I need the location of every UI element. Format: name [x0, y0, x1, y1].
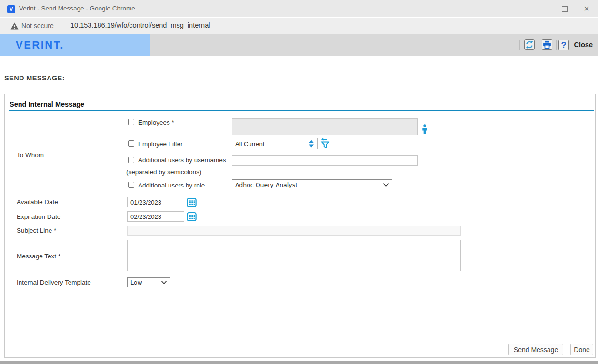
- verint-favicon-icon: V: [7, 5, 15, 13]
- select-employees-button[interactable]: [422, 124, 428, 136]
- expiration-date-calendar-button[interactable]: [187, 212, 197, 223]
- expiration-date-input[interactable]: [127, 211, 184, 222]
- employees-label: Employees *: [138, 119, 174, 126]
- employee-filter-select[interactable]: All Current: [232, 138, 318, 149]
- done-button[interactable]: Done: [570, 344, 593, 355]
- window-bottom-edge: [0, 361, 598, 364]
- available-date-label: Available Date: [17, 198, 58, 206]
- additional-role-label: Additional users by role: [138, 182, 205, 189]
- calendar-icon: [187, 197, 197, 207]
- additional-role-value: Adhoc Query Analyst: [235, 181, 298, 188]
- browser-window: V Verint - Send Message - Google Chrome …: [0, 0, 598, 364]
- url-text[interactable]: 10.153.186.19/wfo/control/send_msg_inter…: [70, 21, 210, 29]
- print-button[interactable]: [542, 39, 552, 50]
- print-icon: [543, 40, 551, 49]
- employee-filter-label: Employee Filter: [138, 140, 183, 148]
- minimize-icon: [540, 9, 546, 9]
- employee-filter-checkbox[interactable]: [128, 140, 134, 147]
- not-secure-warning-icon: [10, 22, 19, 30]
- close-icon: ✕: [583, 5, 589, 13]
- spinner-arrows-icon: [309, 140, 314, 148]
- header-divider: [556, 40, 557, 50]
- window-title: Verint - Send Message - Google Chrome: [19, 5, 135, 12]
- apply-filter-button[interactable]: [320, 138, 330, 150]
- delivery-template-select[interactable]: Low: [127, 277, 170, 287]
- header-divider: [519, 40, 520, 50]
- employees-input[interactable]: [232, 118, 418, 135]
- window-close-button[interactable]: ✕: [576, 0, 598, 17]
- help-button[interactable]: ?: [558, 40, 569, 50]
- additional-usernames-input[interactable]: [232, 155, 418, 166]
- send-message-button[interactable]: Send Message: [508, 344, 563, 355]
- address-divider: [63, 21, 63, 30]
- delivery-template-value: Low: [130, 279, 142, 286]
- page-title: SEND MESSAGE:: [4, 74, 65, 82]
- chevron-down-icon: [161, 280, 167, 285]
- refresh-button[interactable]: [524, 39, 535, 50]
- app-header: VERINT. ? Close: [0, 34, 598, 56]
- maximize-icon: [562, 6, 568, 12]
- app-close-button[interactable]: Close: [574, 41, 593, 49]
- message-text-label: Message Text *: [17, 253, 60, 260]
- verint-logo: VERINT.: [0, 34, 150, 56]
- maximize-button[interactable]: [554, 0, 576, 17]
- additional-usernames-label: Additional users by usernames: [138, 157, 226, 164]
- button-divider: [567, 339, 567, 360]
- subject-line-label: Subject Line *: [17, 227, 56, 234]
- expiration-date-label: Expiration Date: [17, 213, 60, 220]
- help-icon: ?: [561, 40, 567, 50]
- additional-role-checkbox[interactable]: [128, 182, 134, 188]
- additional-role-select[interactable]: Adhoc Query Analyst: [232, 179, 392, 190]
- message-text-area[interactable]: [127, 240, 461, 271]
- send-internal-message-panel: Send Internal Message To Whom Employees …: [4, 94, 596, 358]
- security-status-label[interactable]: Not secure: [21, 22, 54, 30]
- to-whom-label: To Whom: [17, 151, 44, 158]
- person-icon: [422, 124, 428, 134]
- minimize-button[interactable]: [532, 0, 554, 17]
- employees-checkbox[interactable]: [128, 119, 134, 125]
- employee-filter-value: All Current: [235, 140, 264, 148]
- address-bar: Not secure 10.153.186.19/wfo/control/sen…: [0, 18, 598, 34]
- available-date-input[interactable]: [127, 197, 184, 207]
- subject-line-input[interactable]: [127, 226, 461, 236]
- section-title-rule: [9, 110, 594, 111]
- window-titlebar: V Verint - Send Message - Google Chrome …: [0, 0, 598, 17]
- calendar-icon: [187, 212, 197, 222]
- filter-icon: [320, 138, 330, 149]
- chevron-down-icon: [383, 183, 389, 187]
- refresh-icon: [525, 40, 534, 49]
- form-section-title: Send Internal Message: [10, 100, 84, 108]
- usernames-hint: (separated by semicolons): [126, 168, 201, 176]
- additional-usernames-checkbox[interactable]: [128, 157, 134, 163]
- available-date-calendar-button[interactable]: [187, 197, 197, 209]
- delivery-template-label: Internal Delivery Template: [17, 279, 91, 286]
